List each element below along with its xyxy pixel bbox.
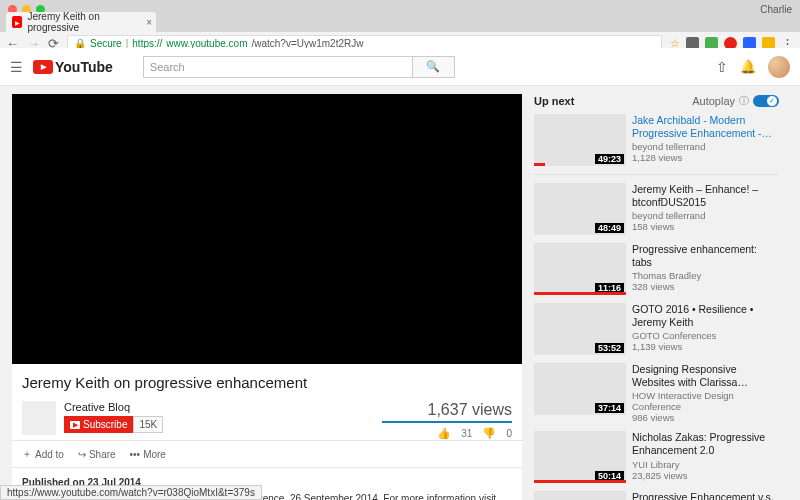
dislike-button[interactable]: 👎 [482,427,496,440]
search-icon: 🔍 [426,60,440,73]
profile-name: Charlie [760,4,792,15]
suggested-views: 23,825 views [632,470,779,481]
logo-text: YouTube [55,59,113,75]
suggested-video[interactable]: 37:14Designing Responsive Websites with … [534,363,779,423]
like-button[interactable]: 👍 [437,427,451,440]
autoplay-label: Autoplay [692,95,735,107]
share-button[interactable]: ↪Share [78,449,116,460]
status-bar: https://www.youtube.com/watch?v=r038QioM… [0,485,262,500]
suggested-views: 328 views [632,281,779,292]
search-button[interactable]: 🔍 [413,56,455,78]
guide-menu-icon[interactable]: ☰ [10,59,23,75]
duration-badge: 48:49 [595,223,624,233]
suggested-title[interactable]: Progressive Enhancement v.s. Graceful De… [632,491,779,500]
suggested-views: 158 views [632,221,779,232]
suggested-channel[interactable]: beyond tellerrand [632,210,779,221]
search-input[interactable]: Search [143,56,413,78]
video-thumbnail[interactable]: 11:16 [534,243,626,295]
up-next-label: Up next [534,95,574,107]
suggested-channel[interactable]: YUI Library [632,459,779,470]
suggested-video[interactable]: 53:52GOTO 2016 • Resilience • Jeremy Kei… [534,303,779,355]
video-thumbnail[interactable]: 53:52 [534,303,626,355]
suggested-video[interactable]: 50:14Nicholas Zakas: Progressive Enhance… [534,431,779,483]
suggested-video[interactable]: Progressive Enhancement v.s. Graceful De… [534,491,779,500]
watch-progress [534,292,626,295]
subscriber-count: 15K [133,416,163,433]
duration-badge: 37:14 [595,403,624,413]
close-tab-icon[interactable]: × [146,17,152,28]
add-to-button[interactable]: ＋Add to [22,447,64,461]
suggested-video[interactable]: 11:16Progressive enhancement: tabsThomas… [534,243,779,295]
youtube-logo[interactable]: YouTube [33,59,113,75]
suggested-title[interactable]: Designing Responsive Websites with Clari… [632,363,779,389]
suggested-title[interactable]: Jeremy Keith – Enhance! – btconfDUS2015 [632,183,779,209]
suggested-video[interactable]: 49:23Jake Archibald - Modern Progressive… [534,114,779,166]
share-icon: ↪ [78,449,86,460]
sentiment-bar [382,421,512,423]
video-thumbnail[interactable]: 49:23 [534,114,626,166]
duration-badge: 53:52 [595,343,624,353]
watch-progress [534,480,626,483]
video-title: Jeremy Keith on progressive enhancement [22,374,512,391]
autoplay-toggle[interactable] [753,95,779,107]
channel-avatar[interactable] [22,401,56,435]
video-thumbnail[interactable]: 37:14 [534,363,626,415]
youtube-icon: ▶ [70,421,80,429]
view-count: 1,637 views [382,401,512,419]
suggested-channel[interactable]: Thomas Bradley [632,270,779,281]
suggested-views: 986 views [632,412,779,423]
suggested-channel[interactable]: beyond tellerrand [632,141,779,152]
dislike-count: 0 [506,428,512,439]
suggested-title[interactable]: Progressive enhancement: tabs [632,243,779,269]
info-icon[interactable]: ⓘ [739,94,749,108]
suggested-views: 1,128 views [632,152,779,163]
suggested-title[interactable]: Jake Archibald - Modern Progressive Enha… [632,114,779,140]
video-thumbnail[interactable]: 48:49 [534,183,626,235]
tab-title: Jeremy Keith on progressive [27,11,138,33]
subscribe-label: Subscribe [83,419,127,430]
youtube-favicon-icon [12,16,22,28]
more-button[interactable]: •••More [130,449,166,460]
browser-tab[interactable]: Jeremy Keith on progressive × [6,12,156,32]
forward-icon[interactable]: → [27,36,40,51]
plus-icon: ＋ [22,447,32,461]
upload-icon[interactable]: ⇧ [716,59,728,75]
notifications-icon[interactable]: 🔔 [740,59,756,74]
video-player[interactable] [12,94,522,364]
suggested-channel[interactable]: HOW Interactive Design Conference [632,390,779,412]
suggested-views: 1,139 views [632,341,779,352]
more-icon: ••• [130,449,141,460]
suggested-channel[interactable]: GOTO Conferences [632,330,779,341]
watch-progress [534,163,545,166]
youtube-play-icon [33,60,53,74]
suggested-video[interactable]: 48:49Jeremy Keith – Enhance! – btconfDUS… [534,183,779,235]
suggested-title[interactable]: GOTO 2016 • Resilience • Jeremy Keith [632,303,779,329]
like-count: 31 [461,428,472,439]
duration-badge: 49:23 [595,154,624,164]
video-thumbnail[interactable]: 50:14 [534,431,626,483]
channel-name[interactable]: Creative Bloq [64,401,163,413]
account-avatar[interactable] [768,56,790,78]
suggested-title[interactable]: Nicholas Zakas: Progressive Enhancement … [632,431,779,457]
video-thumbnail[interactable] [534,491,626,500]
subscribe-button[interactable]: ▶ Subscribe [64,416,133,433]
